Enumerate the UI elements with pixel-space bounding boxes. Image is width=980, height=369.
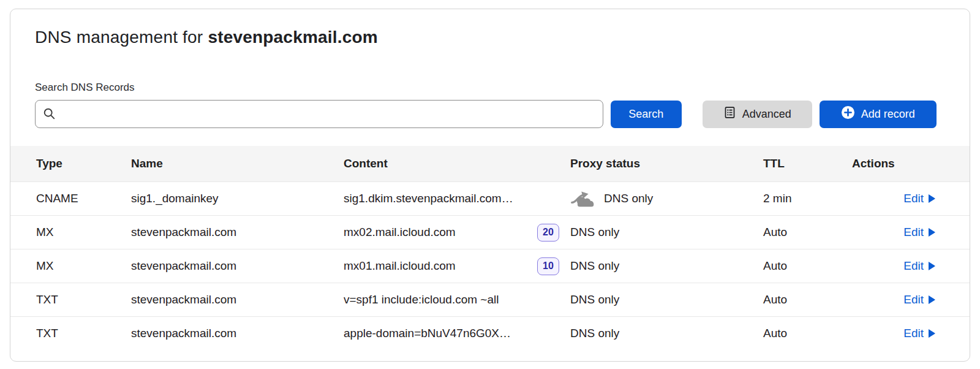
edit-label: Edit — [903, 226, 924, 239]
add-record-button[interactable]: Add record — [820, 101, 937, 128]
record-name: sig1._domainkey — [131, 192, 344, 205]
record-content: v=spf1 include:icloud.com ~all — [344, 293, 499, 306]
edit-label: Edit — [903, 259, 924, 273]
table-row: TXT stevenpackmail.com v=spf1 include:ic… — [10, 283, 970, 316]
proxy-status-label: DNS only — [570, 293, 619, 306]
column-header-ttl: TTL — [763, 157, 852, 170]
column-header-content: Content — [344, 157, 570, 170]
search-icon — [43, 107, 56, 123]
search-input[interactable] — [35, 100, 603, 128]
record-type: CNAME — [10, 192, 131, 205]
column-header-name: Name — [131, 157, 344, 170]
edit-record-button[interactable]: Edit — [903, 293, 935, 306]
proxy-status-label: DNS only — [570, 226, 619, 239]
proxy-status-label: DNS only — [570, 327, 619, 340]
edit-label: Edit — [903, 293, 924, 306]
table-row: MX stevenpackmail.com mx02.mail.icloud.c… — [10, 215, 970, 249]
priority-badge: 20 — [537, 224, 559, 242]
table-row: CNAME sig1._domainkey sig1.dkim.stevenpa… — [10, 181, 970, 215]
column-header-type: Type — [10, 157, 131, 170]
record-name: stevenpackmail.com — [131, 226, 344, 239]
plus-circle-icon — [841, 105, 855, 123]
add-record-button-label: Add record — [861, 108, 915, 121]
search-label: Search DNS Records — [35, 82, 945, 94]
search-toolbar: Search Advanced Add record — [35, 100, 937, 128]
record-type: MX — [10, 226, 131, 239]
caret-right-icon — [929, 329, 935, 338]
list-document-icon — [723, 106, 736, 122]
proxy-status-label: DNS only — [570, 259, 619, 273]
column-header-proxy: Proxy status — [570, 157, 763, 170]
record-content: sig1.dkim.stevenpackmail.com… — [344, 192, 513, 205]
record-ttl: 2 min — [763, 192, 852, 205]
dns-table-body: CNAME sig1._domainkey sig1.dkim.stevenpa… — [10, 181, 970, 350]
record-content: mx01.mail.icloud.com — [344, 259, 456, 273]
advanced-button-label: Advanced — [742, 108, 791, 121]
edit-label: Edit — [903, 327, 924, 340]
edit-label: Edit — [903, 192, 924, 205]
edit-record-button[interactable]: Edit — [903, 192, 935, 205]
proxy-status-label: DNS only — [604, 192, 653, 205]
page-title-prefix: DNS management for — [35, 28, 208, 47]
table-row: TXT stevenpackmail.com apple-domain=bNuV… — [10, 316, 970, 350]
record-content: mx02.mail.icloud.com — [344, 226, 456, 239]
record-content: apple-domain=bNuV47n6G0X… — [344, 327, 511, 340]
page-title-domain: stevenpackmail.com — [208, 28, 378, 47]
record-type: MX — [10, 259, 131, 273]
search-box — [35, 100, 603, 128]
record-ttl: Auto — [763, 259, 852, 273]
edit-record-button[interactable]: Edit — [903, 226, 935, 239]
edit-record-button[interactable]: Edit — [903, 259, 935, 273]
dns-records-table: Type Name Content Proxy status TTL Actio… — [10, 146, 970, 350]
page-title: DNS management for stevenpackmail.com — [35, 28, 945, 47]
table-header-row: Type Name Content Proxy status TTL Actio… — [10, 146, 970, 181]
column-header-actions: Actions — [852, 157, 970, 170]
dns-management-card: DNS management for stevenpackmail.com Se… — [10, 9, 970, 362]
table-row: MX stevenpackmail.com mx01.mail.icloud.c… — [10, 249, 970, 283]
edit-record-button[interactable]: Edit — [903, 327, 935, 340]
dns-only-cloud-icon — [570, 189, 596, 208]
record-type: TXT — [10, 327, 131, 340]
record-name: stevenpackmail.com — [131, 327, 344, 340]
record-ttl: Auto — [763, 226, 852, 239]
record-name: stevenpackmail.com — [131, 259, 344, 273]
record-ttl: Auto — [763, 327, 852, 340]
caret-right-icon — [929, 228, 935, 237]
search-button[interactable]: Search — [611, 101, 682, 128]
caret-right-icon — [929, 194, 935, 203]
record-ttl: Auto — [763, 293, 852, 306]
caret-right-icon — [929, 295, 935, 304]
priority-badge: 10 — [537, 257, 559, 275]
advanced-button[interactable]: Advanced — [703, 101, 812, 128]
caret-right-icon — [929, 262, 935, 270]
record-type: TXT — [10, 293, 131, 306]
record-name: stevenpackmail.com — [131, 293, 344, 306]
